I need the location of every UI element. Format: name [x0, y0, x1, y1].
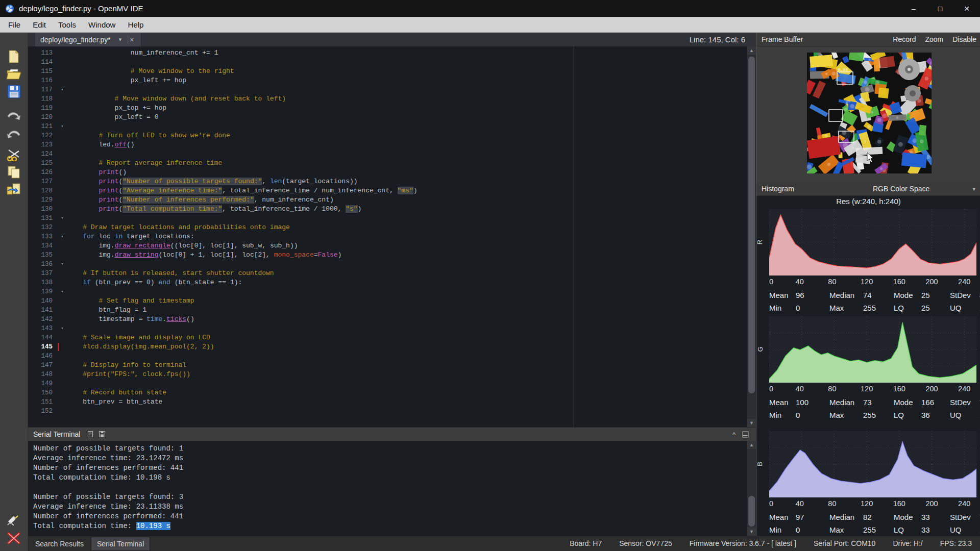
code-line-141[interactable]: 141 btn_flag = 1 — [28, 306, 745, 315]
collapse-panel-icon[interactable]: ^ — [732, 431, 736, 438]
code-line-149[interactable]: 149 — [28, 379, 745, 388]
fold-column — [58, 315, 67, 324]
fold-marker-icon[interactable]: ▾ — [58, 85, 67, 94]
menu-file[interactable]: File — [2, 18, 27, 32]
code-line-119[interactable]: 119 px_top += hop — [28, 104, 745, 113]
fold-marker-icon[interactable]: ▾ — [58, 122, 67, 131]
code-line-118[interactable]: 118 # Move window down (and reset back t… — [28, 94, 745, 104]
fold-marker-icon[interactable]: ▾ — [58, 260, 67, 269]
copy-icon[interactable] — [6, 164, 22, 180]
redo-icon[interactable] — [6, 129, 22, 144]
record-button[interactable]: Record — [893, 35, 916, 43]
terminal-scroll-down-icon[interactable]: ▼ — [747, 528, 756, 536]
fold-marker-icon[interactable]: ▾ — [58, 232, 67, 241]
code-line-137[interactable]: 137 # If button is released, start shutt… — [28, 269, 745, 278]
code-line-123[interactable]: 123 led.off() — [28, 140, 745, 149]
code-line-136[interactable]: 136▾ — [28, 260, 745, 269]
tab-lego-finder[interactable]: deploy/lego_finder.py* ▾ × — [35, 33, 141, 46]
status-sensor: Sensor: OV7725 — [619, 539, 672, 547]
code-line-131[interactable]: 131▾ — [28, 214, 745, 223]
code-line-116[interactable]: 116 px_left += hop — [28, 76, 745, 85]
terminal-scrollbar-thumb[interactable] — [748, 496, 755, 527]
footer-tab-serial-terminal[interactable]: Serial Terminal — [91, 537, 150, 551]
code-line-130[interactable]: 130 print("Total computation time:", tot… — [28, 205, 745, 214]
code-line-128[interactable]: 128 print("Average inference time:", tot… — [28, 186, 745, 195]
terminal-scroll-up-icon[interactable]: ▲ — [747, 441, 756, 449]
close-button[interactable]: ✕ — [953, 0, 980, 17]
code-line-122[interactable]: 122 # Turn off LED to show we're done — [28, 131, 745, 140]
undo-icon[interactable] — [6, 110, 22, 126]
code-line-143[interactable]: 143▾ — [28, 324, 745, 333]
footer-tab-search-results[interactable]: Search Results — [30, 537, 89, 550]
code-line-152[interactable]: 152 — [28, 407, 745, 416]
panel-layout-icon[interactable] — [742, 431, 749, 438]
code-line-113[interactable]: 113 num_inference_cnt += 1 — [28, 48, 745, 58]
cut-icon[interactable] — [6, 147, 22, 162]
save-log-icon[interactable] — [99, 431, 106, 438]
code-line-127[interactable]: 127 print("Number of possible targets fo… — [28, 177, 745, 186]
code-line-147[interactable]: 147 # Display info to terminal — [28, 361, 745, 370]
save-file-icon[interactable] — [6, 84, 22, 99]
tab-close-icon[interactable]: × — [128, 36, 135, 44]
tab-dropdown-icon[interactable]: ▾ — [119, 36, 122, 43]
code-line-145[interactable]: 145 #lcd.display(img.mean_pool(2, 2)) — [28, 342, 745, 352]
frame-buffer-image[interactable]: 0.99 — [807, 53, 932, 173]
code-line-144[interactable]: 144 # Scale image and display on LCD — [28, 333, 745, 342]
line-number: 129 — [28, 195, 58, 205]
new-file-icon[interactable] — [6, 49, 22, 64]
serial-terminal-output[interactable]: Number of possible targets found: 1Avera… — [28, 441, 756, 536]
code-line-135[interactable]: 135 img.draw_string(loc[0] + 1, loc[1], … — [28, 251, 745, 260]
code-editor[interactable]: 113 num_inference_cnt += 1114115 # Move … — [28, 46, 756, 427]
code-line-146[interactable]: 146 — [28, 352, 745, 361]
color-space-select[interactable]: RGB Color Space — [873, 185, 929, 193]
code-line-125[interactable]: 125 # Report average inference time — [28, 159, 745, 168]
code-line-148[interactable]: 148 #print("FPS:", clock.fps()) — [28, 370, 745, 379]
code-line-117[interactable]: 117▾ — [28, 85, 745, 94]
zoom-button[interactable]: Zoom — [925, 35, 944, 43]
scroll-up-icon[interactable]: ▲ — [747, 46, 756, 55]
code-line-140[interactable]: 140 # Set flag and timestamp — [28, 296, 745, 306]
menu-window[interactable]: Window — [82, 18, 121, 32]
code-line-138[interactable]: 138 if (btn_prev == 0) and (btn_state ==… — [28, 278, 745, 287]
fold-marker-icon[interactable]: ▾ — [58, 324, 67, 333]
menu-tools[interactable]: Tools — [52, 18, 82, 32]
code-line-115[interactable]: 115 # Move window to the right — [28, 67, 745, 76]
line-number: 146 — [28, 352, 58, 361]
terminal-scrollbar[interactable]: ▲ ▼ — [747, 441, 756, 536]
open-file-icon[interactable] — [6, 66, 22, 82]
code-line-114[interactable]: 114 — [28, 58, 745, 67]
minimize-button[interactable]: – — [900, 0, 927, 17]
code-line-150[interactable]: 150 # Record button state — [28, 388, 745, 397]
code-line-142[interactable]: 142 timestamp = time.ticks() — [28, 315, 745, 324]
code-line-120[interactable]: 120 px_left = 0 — [28, 113, 745, 122]
code-line-139[interactable]: 139▾ — [28, 287, 745, 296]
editor-scrollbar-thumb[interactable] — [748, 57, 755, 393]
maximize-button[interactable]: □ — [927, 0, 953, 17]
code-line-129[interactable]: 129 print("Number of inferences performe… — [28, 195, 745, 205]
paste-icon[interactable] — [6, 182, 22, 197]
fold-column — [58, 333, 67, 342]
menu-help[interactable]: Help — [121, 18, 150, 32]
disable-button[interactable]: Disable — [952, 35, 976, 43]
code-line-132[interactable]: 132 # Draw target locations and probabil… — [28, 223, 745, 232]
code-line-133[interactable]: 133▾ for loc in target_locations: — [28, 232, 745, 241]
scroll-down-icon[interactable]: ▼ — [747, 419, 756, 427]
editor-scrollbar[interactable]: ▲ ▼ — [747, 46, 756, 427]
code-line-124[interactable]: 124 — [28, 149, 745, 159]
line-number: 148 — [28, 370, 58, 379]
fold-column — [58, 104, 67, 113]
code-line-121[interactable]: 121▾ — [28, 122, 745, 131]
fold-marker-icon[interactable]: ▾ — [58, 287, 67, 296]
code-text: # Draw target locations and probabilitie… — [67, 223, 290, 232]
code-line-134[interactable]: 134 img.draw_rectangle((loc[0], loc[1], … — [28, 241, 745, 251]
fold-column — [58, 223, 67, 232]
log-text-icon[interactable] — [87, 431, 94, 438]
fold-marker-icon[interactable]: ▾ — [58, 214, 67, 223]
menu-edit[interactable]: Edit — [27, 18, 52, 32]
color-space-caret-icon[interactable]: ▾ — [972, 186, 975, 192]
line-number: 115 — [28, 67, 58, 76]
connect-icon[interactable] — [6, 512, 22, 528]
code-line-126[interactable]: 126 print() — [28, 168, 745, 177]
code-line-151[interactable]: 151 btn_prev = btn_state — [28, 397, 745, 407]
disconnect-icon[interactable] — [6, 531, 22, 546]
